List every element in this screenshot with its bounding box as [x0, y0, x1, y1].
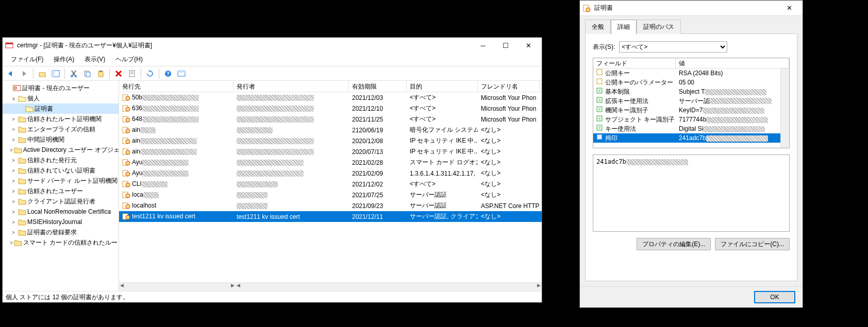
tree-item[interactable]: >スマート カードの信頼されたルート: [3, 237, 119, 248]
property-row[interactable]: +基本制限 Subject T: [593, 87, 789, 96]
help-button[interactable]: ?: [162, 68, 174, 79]
tree-item[interactable]: 証明書: [3, 104, 119, 114]
tree-item[interactable]: >Active Directory ユーザー オブジェ: [3, 145, 119, 155]
expand-toggle[interactable]: >: [10, 137, 17, 143]
certdlg-close-button[interactable]: ✕: [778, 1, 800, 15]
certdlg-titlebar[interactable]: 証明書 ✕: [580, 1, 803, 16]
tree-item[interactable]: >中間証明機関: [3, 134, 119, 145]
expand-toggle[interactable]: >: [10, 127, 17, 132]
expand-toggle[interactable]: >: [10, 209, 17, 215]
cut-button[interactable]: [68, 68, 80, 79]
menu-view[interactable]: 表示(V): [79, 54, 110, 65]
tree-pane[interactable]: 証明書 - 現在のユーザー∨個人証明書>信頼されたルート証明機関>エンタープライ…: [3, 81, 119, 291]
property-row[interactable]: +機関キー識別子 KeyID=7: [593, 106, 789, 115]
table-row[interactable]: Ayu 2021/02/09 1.3.6.1.4.1.311.42.1.17, …: [119, 168, 542, 179]
pcol-value[interactable]: 値: [676, 58, 789, 68]
property-row[interactable]: 拇印 241adc7b: [593, 133, 789, 143]
list-body[interactable]: 50b 2021/12/03 <すべて> Microsoft Your Phon…: [119, 92, 542, 282]
toolbar: ?: [3, 66, 542, 81]
tree-hscroll[interactable]: [119, 282, 236, 291]
tree-item[interactable]: >証明書の登録要求: [3, 227, 119, 237]
ok-button[interactable]: OK: [754, 291, 795, 303]
tree-item[interactable]: >サード パーティ ルート証明機関: [3, 176, 119, 186]
close-button[interactable]: ✕: [517, 38, 540, 53]
up-button[interactable]: [36, 68, 48, 79]
show-hide-tree-button[interactable]: [49, 68, 62, 79]
menu-action[interactable]: 操作(A): [48, 54, 79, 65]
tree-item[interactable]: >信頼されたユーザー: [3, 186, 119, 196]
expand-toggle[interactable]: >: [10, 240, 13, 246]
tree-item[interactable]: >エンタープライズの信頼: [3, 124, 119, 134]
svg-point-23: [126, 107, 130, 111]
pcol-field[interactable]: フィールド: [593, 58, 676, 68]
menu-help[interactable]: ヘルプ(H): [110, 54, 148, 65]
expand-toggle[interactable]: ∨: [10, 96, 17, 101]
expand-toggle[interactable]: >: [10, 188, 17, 194]
col-purpose[interactable]: 目的: [407, 81, 478, 92]
col-expiry[interactable]: 有効期限: [349, 81, 407, 92]
list-header[interactable]: 発行先 発行者 有効期限 目的 フレンドリ名: [119, 81, 542, 92]
maximize-button[interactable]: ☐: [494, 38, 517, 53]
expand-toggle[interactable]: >: [10, 230, 17, 235]
table-row[interactable]: Ayu 2021/02/28 スマート カード ログオン, <なし>: [119, 157, 542, 168]
expand-toggle[interactable]: >: [10, 199, 17, 204]
tab-general[interactable]: 全般: [585, 20, 611, 34]
tree-item[interactable]: >MSIEHistoryJournal: [3, 217, 119, 227]
property-icon: +: [596, 106, 604, 113]
list-hscroll[interactable]: [236, 282, 542, 291]
tab-details[interactable]: 詳細: [611, 20, 637, 34]
expand-toggle[interactable]: >: [10, 147, 13, 153]
table-row[interactable]: ain 2120/06/19 暗号化ファイル システム <なし>: [119, 125, 542, 135]
certificate-icon: [122, 137, 130, 145]
property-row[interactable]: +拡張キー使用法 サーバー認: [593, 96, 789, 106]
edit-properties-button[interactable]: プロパティの編集(E)...: [637, 238, 711, 250]
table-row[interactable]: ain 2020/07/13 IP セキュリティ IKE 中... <なし>: [119, 146, 542, 157]
export-button[interactable]: [175, 68, 188, 79]
value-box[interactable]: 241adc7b: [593, 154, 790, 232]
tree-item[interactable]: >信頼されていない証明書: [3, 165, 119, 176]
table-row[interactable]: ain 2020/12/08 IP セキュリティ IKE 中... <なし>: [119, 135, 542, 146]
col-friendly[interactable]: フレンドリ名: [478, 81, 540, 92]
copy-to-file-button[interactable]: ファイルにコピー(C)...: [715, 238, 790, 250]
table-row[interactable]: test1211 kv issued cert test1211 kv issu…: [119, 211, 542, 222]
property-row[interactable]: 公開キー RSA (2048 Bits): [593, 68, 789, 78]
tree-root[interactable]: 証明書 - 現在のユーザー: [3, 83, 119, 93]
col-issued-by[interactable]: 発行者: [233, 81, 349, 92]
tree-item[interactable]: >信頼された発行元: [3, 155, 119, 165]
menu-file[interactable]: ファイル(F): [6, 54, 48, 65]
expand-toggle[interactable]: >: [10, 158, 17, 163]
tree-item[interactable]: ∨個人: [3, 93, 119, 104]
table-row[interactable]: 636 2021/12/10 <すべて> Microsoft Your Phon: [119, 103, 542, 114]
table-row[interactable]: loca 2021/07/25 サーバー認証 <なし>: [119, 190, 542, 200]
back-button[interactable]: [5, 68, 17, 79]
forward-button[interactable]: [18, 68, 30, 79]
table-row[interactable]: 648 2021/11/25 <すべて> Microsoft Your Phon: [119, 114, 542, 125]
table-row[interactable]: localhost 2021/09/23 サーバー認証 ASP.NET Core…: [119, 200, 542, 211]
expand-toggle[interactable]: >: [10, 116, 17, 122]
certmgr-titlebar[interactable]: certmgr - [証明書 - 現在のユーザー¥個人¥証明書] ─ ☐ ✕: [3, 38, 542, 53]
col-issued-to[interactable]: 発行先: [119, 81, 233, 92]
svg-point-39: [126, 194, 130, 198]
expand-toggle[interactable]: >: [10, 168, 17, 174]
property-row[interactable]: 公開キーのパラメーター 05 00: [593, 78, 789, 87]
expand-toggle[interactable]: >: [10, 178, 17, 184]
tree-item[interactable]: >クライアント認証発行者: [3, 196, 119, 206]
minimize-button[interactable]: ─: [472, 38, 494, 53]
folder-icon: [18, 166, 26, 175]
tab-certpath[interactable]: 証明のパス: [637, 20, 681, 34]
paste-button[interactable]: [94, 68, 107, 79]
property-row[interactable]: +サブジェクト キー識別子 7177744b: [593, 115, 789, 124]
tree-item[interactable]: >信頼されたルート証明機関: [3, 114, 119, 124]
show-select[interactable]: <すべて>: [619, 41, 727, 53]
folder-icon: [18, 228, 26, 236]
table-row[interactable]: CLI 2021/12/02 <すべて> <なし>: [119, 179, 542, 190]
table-row[interactable]: 50b 2021/12/03 <すべて> Microsoft Your Phon: [119, 92, 542, 103]
property-list[interactable]: フィールド 値 公開キー RSA (2048 Bits) 公開キーのパラメーター…: [593, 58, 790, 148]
property-row[interactable]: +キー使用法 Digital Si: [593, 124, 789, 133]
refresh-button[interactable]: [144, 68, 156, 79]
expand-toggle[interactable]: >: [10, 219, 17, 225]
properties-button[interactable]: [126, 68, 138, 79]
delete-button[interactable]: [112, 68, 125, 79]
copy-button[interactable]: [81, 68, 93, 79]
tree-item[interactable]: >Local NonRemovable Certifica: [3, 206, 119, 217]
